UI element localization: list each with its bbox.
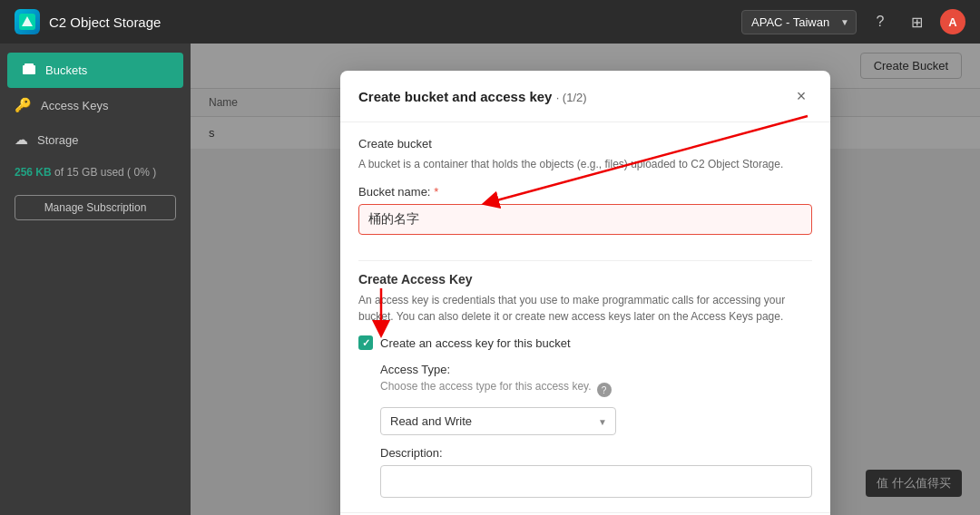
app-title: C2 Object Storage: [49, 15, 161, 30]
sidebar-item-access-keys-label: Access Keys: [41, 99, 108, 112]
key-icon: 🔑: [15, 97, 32, 113]
dialog-close-button[interactable]: ×: [790, 85, 812, 107]
create-access-key-checkbox[interactable]: [358, 335, 373, 350]
access-key-desc: An access key is credentials that you us…: [358, 292, 812, 325]
create-access-key-label: Create an access key for this bucket: [380, 336, 571, 350]
sidebar-item-buckets[interactable]: Buckets: [7, 53, 183, 88]
help-icon[interactable]: ?: [867, 9, 893, 34]
app-header: C2 Object Storage APAC - Taiwan ▼ ? ⊞ A: [0, 0, 980, 44]
manage-subscription-button[interactable]: Manage Subscription: [15, 195, 176, 220]
modal-overlay: Create bucket and access key · (1/2) × C…: [191, 44, 980, 515]
create-access-key-checkbox-row: Create an access key for this bucket: [358, 335, 812, 350]
bucket-name-label: Bucket name: *: [358, 185, 812, 199]
dialog-title: Create bucket and access key · (1/2): [358, 89, 587, 104]
required-asterisk: *: [434, 185, 438, 199]
storage-close-paren: ): [152, 166, 156, 179]
bucket-name-input[interactable]: [358, 204, 812, 235]
storage-usage: 256 KB of 15 GB used ( 0% ): [0, 157, 191, 188]
storage-of: of: [54, 166, 66, 179]
access-type-label: Access Type:: [380, 363, 812, 376]
access-type-select-wrapper: Read and Write Read Only Write Only ▼: [380, 407, 616, 435]
storage-used-value: 256 KB: [15, 166, 52, 179]
create-bucket-heading: Create bucket: [358, 137, 812, 151]
description-label: Description:: [380, 446, 812, 460]
storage-percent: used (: [101, 166, 131, 179]
access-key-heading: Create Access Key: [358, 272, 812, 287]
description-input[interactable]: [380, 465, 812, 498]
access-type-hint-row: Choose the access type for this access k…: [380, 380, 812, 400]
access-type-section: Access Type: Choose the access type for …: [380, 363, 812, 498]
hint-icon[interactable]: ?: [597, 383, 612, 397]
svg-rect-3: [24, 63, 34, 66]
app-logo: [15, 9, 40, 34]
region-select[interactable]: APAC - Taiwan: [741, 10, 857, 34]
create-bucket-desc: A bucket is a container that holds the o…: [358, 156, 812, 172]
content-area: Create Bucket Name Object Lock Endpoint …: [191, 44, 980, 515]
storage-total: 15 GB: [66, 166, 97, 179]
cloud-icon: ☁: [15, 131, 28, 148]
access-type-select[interactable]: Read and Write Read Only Write Only: [380, 407, 616, 435]
header-left: C2 Object Storage: [15, 9, 161, 34]
main-layout: Buckets 🔑 Access Keys ☁ Storage 256 KB o…: [0, 44, 980, 515]
grid-icon[interactable]: ⊞: [904, 9, 929, 34]
dialog-body: Create bucket A bucket is a container th…: [340, 122, 830, 512]
header-right: APAC - Taiwan ▼ ? ⊞ A: [741, 9, 965, 34]
sidebar: Buckets 🔑 Access Keys ☁ Storage 256 KB o…: [0, 44, 191, 515]
sidebar-item-buckets-label: Buckets: [45, 63, 87, 77]
access-type-hint: Choose the access type for this access k…: [380, 380, 592, 393]
buckets-icon: [22, 62, 36, 79]
create-bucket-dialog: Create bucket and access key · (1/2) × C…: [340, 71, 830, 515]
avatar[interactable]: A: [940, 9, 965, 34]
sidebar-item-storage-label: Storage: [37, 133, 79, 147]
storage-percent-val: 0%: [133, 166, 149, 179]
svg-rect-2: [23, 65, 35, 74]
region-selector[interactable]: APAC - Taiwan ▼: [741, 10, 857, 34]
sidebar-item-storage[interactable]: ☁ Storage: [0, 122, 191, 157]
section-divider: [358, 260, 812, 261]
dialog-header: Create bucket and access key · (1/2) ×: [340, 71, 830, 122]
sidebar-item-access-keys[interactable]: 🔑 Access Keys: [0, 88, 191, 122]
